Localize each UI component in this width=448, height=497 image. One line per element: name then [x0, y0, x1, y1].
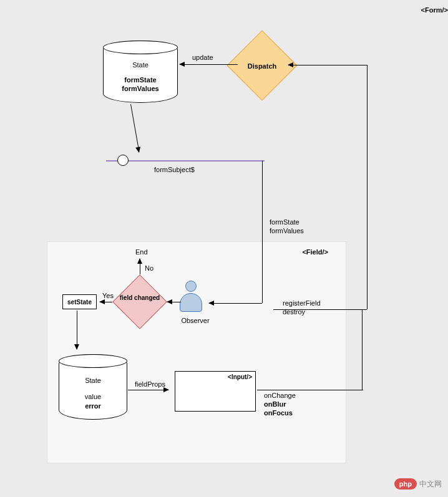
state-store-top: State formState formValues: [103, 41, 178, 103]
subject-circle: [117, 155, 129, 166]
no-label: No: [145, 264, 153, 272]
onchange-label: onChange: [264, 392, 296, 399]
field-changed-label: field changed: [117, 294, 162, 302]
form-subject-label: formSubject$: [154, 166, 195, 173]
update-label: update: [192, 54, 213, 61]
destroy-label: destroy: [283, 308, 305, 316]
onfocus-label: onFocus: [264, 409, 293, 417]
state-bottom-title: State: [59, 377, 127, 384]
line-register-v: [367, 65, 368, 309]
arrow-state-to-input: [128, 390, 168, 390]
field-container: <Field/>: [47, 241, 346, 463]
dispatch-label: Dispatch: [237, 62, 287, 70]
state-top-formvalues: formValues: [104, 85, 177, 92]
fieldprops-label: fieldProps: [135, 380, 165, 388]
state-bottom-value: value: [59, 393, 127, 400]
input-component-tag: <Input/>: [228, 374, 252, 380]
flow-formstate-label: formState: [270, 218, 299, 226]
watermark-logo: php 中文网: [394, 478, 442, 490]
form-component-tag: <Form/>: [421, 6, 448, 14]
observer-head-icon: [185, 281, 197, 292]
field-component-tag: <Field/>: [302, 248, 328, 256]
observer-body-icon: [180, 293, 202, 312]
registerfield-label: registerField: [283, 299, 321, 307]
arrow-fieldchanged-to-end: [140, 259, 140, 274]
state-store-bottom: State value error: [59, 354, 127, 420]
input-component-box: <Input/>: [175, 371, 256, 412]
arrow-fieldchanged-to-setstate: [100, 302, 112, 302]
arrow-observer-to-fieldchanged: [167, 302, 181, 302]
yes-label: Yes: [102, 292, 114, 299]
arrow-state-to-subject: [130, 104, 140, 152]
observer-actor: [180, 281, 202, 312]
watermark-text: 中文网: [419, 479, 442, 490]
flow-formvalues-label: formValues: [270, 227, 304, 234]
line-subject-observer-h: [209, 303, 262, 304]
line-onchange-v: [362, 310, 363, 390]
arrow-setstate-to-state: [77, 311, 77, 349]
end-label: End: [135, 248, 148, 256]
line-register-top: [288, 65, 367, 65]
line-subject-observer-v: [262, 161, 263, 303]
state-bottom-error: error: [59, 402, 127, 410]
observer-label: Observer: [180, 317, 211, 324]
state-top-formstate: formState: [104, 76, 177, 84]
setstate-box: setState: [62, 294, 97, 309]
watermark-badge: php: [394, 478, 417, 490]
state-top-title: State: [104, 61, 177, 69]
arrow-update: [180, 64, 238, 65]
form-subject-line: [106, 160, 265, 162]
line-onchange-h: [257, 390, 363, 390]
onblur-label: onBlur: [264, 400, 286, 408]
